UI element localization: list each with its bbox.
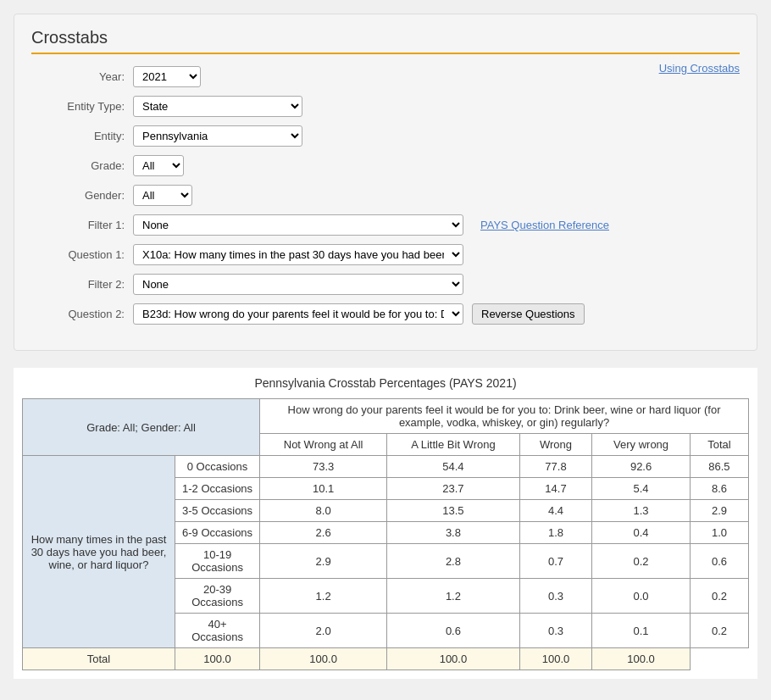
data-cell: 1.2: [260, 579, 387, 614]
data-cell: 23.7: [387, 478, 520, 500]
col-header-1: A Little Bit Wrong: [387, 434, 520, 456]
title-divider: [31, 53, 740, 54]
using-crosstabs-link[interactable]: Using Crosstabs: [659, 62, 740, 75]
row-col-header: Grade: All; Gender: All: [23, 399, 260, 456]
data-cell: 0.4: [592, 522, 691, 544]
filter1-right: None PAYS Question Reference: [133, 214, 740, 236]
data-cell: 0.1: [592, 614, 691, 648]
crosstab-section: Pennsylvania Crosstab Percentages (PAYS …: [14, 368, 757, 679]
filter2-label: Filter 2:: [31, 278, 133, 291]
data-cell: 0.6: [690, 544, 748, 579]
data-cell: 0.2: [690, 614, 748, 648]
col-question-header: How wrong do your parents feel it would …: [260, 399, 749, 434]
entity-type-label: Entity Type:: [31, 100, 133, 113]
pays-question-ref-link[interactable]: PAYS Question Reference: [480, 219, 609, 231]
data-cell: 2.9: [690, 500, 748, 522]
occasion-label: 1-2 Occasions: [175, 478, 260, 500]
grade-row: Grade: All 6 8 10 12: [31, 155, 740, 176]
occasion-label: 20-39 Occasions: [175, 579, 260, 614]
data-cell: 3.8: [387, 522, 520, 544]
occasion-label: 40+ Occasions: [175, 614, 260, 648]
data-cell: 2.9: [260, 544, 387, 579]
entity-type-select[interactable]: State County District: [133, 96, 302, 117]
filter2-select[interactable]: None: [133, 274, 463, 295]
data-cell: 86.5: [690, 456, 748, 478]
question1-select[interactable]: X10a: How many times in the past 30 days…: [133, 244, 463, 265]
data-cell: 0.6: [387, 614, 520, 648]
data-cell: 0.2: [690, 579, 748, 614]
entity-row: Entity: Pennsylvania Allegheny Philadelp…: [31, 125, 740, 147]
data-cell: 73.3: [260, 456, 387, 478]
data-cell: 1.8: [519, 522, 591, 544]
gender-select[interactable]: All Male Female: [133, 185, 192, 206]
table-row: How many times in the past 30 days have …: [23, 456, 749, 478]
question1-row: Question 1: X10a: How many times in the …: [31, 244, 740, 265]
occasion-label: 0 Occasions: [175, 456, 260, 478]
occasion-label: 3-5 Occasions: [175, 500, 260, 522]
data-cell: 1.2: [387, 579, 520, 614]
question2-label: Question 2:: [31, 308, 133, 320]
year-label: Year:: [31, 70, 133, 83]
filter1-row: Filter 1: None PAYS Question Reference: [31, 214, 740, 236]
year-row: Year: 2021 2020 2019 2018: [31, 66, 740, 87]
crosstab-table: Grade: All; Gender: All How wrong do you…: [22, 398, 749, 670]
data-cell: 8.6: [690, 478, 748, 500]
filter1-label: Filter 1:: [31, 219, 133, 231]
grade-select[interactable]: All 6 8 10 12: [133, 155, 184, 176]
entity-select[interactable]: Pennsylvania Allegheny Philadelphia: [133, 125, 302, 147]
table-row: Total100.0100.0100.0100.0100.0: [23, 648, 749, 670]
col-header-4: Total: [690, 434, 748, 456]
data-cell: 92.6: [592, 456, 691, 478]
entity-label: Entity:: [31, 130, 133, 142]
data-cell: 5.4: [592, 478, 691, 500]
crosstabs-panel: Crosstabs Using Crosstabs Year: 2021 202…: [14, 14, 757, 351]
filter2-row: Filter 2: None: [31, 274, 740, 295]
gender-row: Gender: All Male Female: [31, 185, 740, 206]
data-cell: 0.7: [519, 544, 591, 579]
col-header-3: Very wrong: [592, 434, 691, 456]
data-cell: 2.8: [387, 544, 520, 579]
data-cell: 14.7: [519, 478, 591, 500]
data-cell: 2.0: [260, 614, 387, 648]
data-cell: 0.0: [592, 579, 691, 614]
data-cell: 100.0: [175, 648, 260, 670]
question2-row: Question 2: B23d: How wrong do your pare…: [31, 303, 740, 325]
occasion-label: 10-19 Occasions: [175, 544, 260, 579]
gender-label: Gender:: [31, 189, 133, 202]
data-cell: 77.8: [519, 456, 591, 478]
reverse-questions-button[interactable]: Reverse Questions: [472, 303, 585, 325]
col-header-0: Not Wrong at All: [260, 434, 387, 456]
col-header-2: Wrong: [519, 434, 591, 456]
data-cell: 8.0: [260, 500, 387, 522]
entity-type-row: Entity Type: State County District: [31, 96, 740, 117]
occasion-label: 6-9 Occasions: [175, 522, 260, 544]
data-cell: 13.5: [387, 500, 520, 522]
data-cell: 1.3: [592, 500, 691, 522]
filter1-select[interactable]: None: [133, 214, 463, 236]
crosstab-title: Pennsylvania Crosstab Percentages (PAYS …: [22, 376, 749, 390]
data-cell: 54.4: [387, 456, 520, 478]
header-row-1: Grade: All; Gender: All How wrong do you…: [23, 399, 749, 434]
data-cell: 100.0: [519, 648, 591, 670]
occasion-label: Total: [23, 648, 175, 670]
row-question-cell: How many times in the past 30 days have …: [23, 456, 175, 648]
question2-select[interactable]: B23d: How wrong do your parents feel it …: [133, 303, 463, 325]
data-cell: 1.0: [690, 522, 748, 544]
year-select[interactable]: 2021 2020 2019 2018: [133, 66, 201, 87]
data-cell: 100.0: [387, 648, 520, 670]
page-title: Crosstabs: [31, 28, 740, 47]
data-cell: 2.6: [260, 522, 387, 544]
grade-label: Grade:: [31, 159, 133, 172]
data-cell: 0.3: [519, 579, 591, 614]
data-cell: 100.0: [260, 648, 387, 670]
data-cell: 4.4: [519, 500, 591, 522]
question1-label: Question 1:: [31, 248, 133, 261]
data-cell: 0.2: [592, 544, 691, 579]
data-cell: 100.0: [592, 648, 691, 670]
data-cell: 10.1: [260, 478, 387, 500]
data-cell: 0.3: [519, 614, 591, 648]
